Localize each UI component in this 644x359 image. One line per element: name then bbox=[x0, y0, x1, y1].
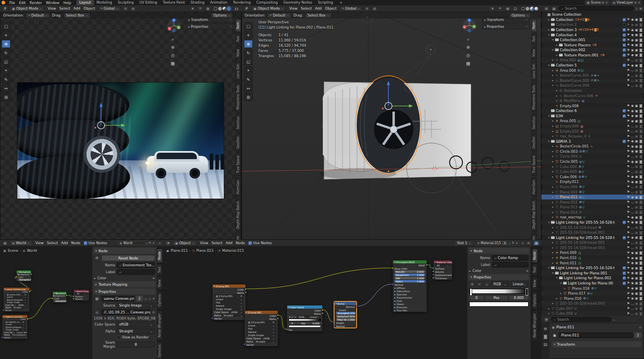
viewport-disable-icon[interactable]: ▣ bbox=[635, 125, 638, 128]
hide-icon[interactable]: ◉ bbox=[631, 139, 634, 143]
image-users[interactable]: 2 bbox=[136, 296, 143, 301]
stop-pos-value[interactable]: 0.000 bbox=[509, 296, 528, 300]
render-disable-icon[interactable]: ◙ bbox=[639, 190, 642, 194]
viewlayer-selector[interactable]: ▤ ViewLayer ⧉ ✕ bbox=[611, 0, 642, 5]
render-disable-icon[interactable]: ◙ bbox=[639, 135, 642, 138]
hide-icon[interactable]: ◉ bbox=[631, 286, 634, 290]
side-tab-humgen[interactable]: HumGen bbox=[235, 177, 241, 197]
filepath-field[interactable]: //..\01.09.25 ... Сияние.png bbox=[101, 309, 151, 315]
expand-arrow-icon[interactable]: ▾ bbox=[547, 64, 551, 67]
viewport-disable-icon[interactable]: ▣ bbox=[635, 109, 638, 113]
close-icon[interactable]: ✕ bbox=[152, 241, 155, 245]
hide-icon[interactable]: ◡ bbox=[631, 205, 634, 209]
hide-icon[interactable]: ◉ bbox=[631, 281, 634, 285]
shader-menu-select[interactable]: Select bbox=[210, 241, 224, 245]
side-tab-view[interactable]: View bbox=[532, 277, 538, 290]
selectable-icon[interactable]: ⚑ bbox=[627, 302, 630, 305]
selectable-icon[interactable]: ⚑ bbox=[627, 18, 630, 21]
viewport-disable-icon[interactable]: ▣ bbox=[635, 170, 638, 174]
node-header[interactable]: ▾Material Output bbox=[433, 260, 452, 264]
outliner-row[interactable]: ▾Collection.002✓⚑◉▣◙ bbox=[541, 48, 644, 53]
outliner-row[interactable]: ▸∿BezierCurve.001⟳⚙∿⚑◡▣◙ bbox=[541, 73, 644, 78]
selectable-icon[interactable]: ⚑ bbox=[627, 38, 630, 42]
visibility-toggles[interactable]: ✓⚑◉▣◙ bbox=[623, 220, 642, 224]
hide-icon[interactable]: ◡ bbox=[631, 307, 634, 310]
selectable-icon[interactable]: ⚑ bbox=[627, 292, 630, 295]
input-socket-vector[interactable] bbox=[2, 309, 4, 311]
side-tab-true-space[interactable]: True Space bbox=[531, 153, 537, 176]
outliner-row[interactable]: ▸Texture Placers▽8✓⚑◉▣◙ bbox=[541, 42, 644, 48]
viewport-disable-icon[interactable]: ▣ bbox=[635, 68, 638, 72]
expand-arrow-icon[interactable]: ▸ bbox=[551, 251, 555, 254]
new-workspace-button[interactable]: + bbox=[336, 0, 345, 5]
outliner-row[interactable]: ▸▽Cube.007▽⚑◡▣◙ bbox=[541, 306, 644, 311]
shader-menu-view[interactable]: View bbox=[34, 241, 45, 245]
shader-menu-add[interactable]: Add bbox=[60, 241, 70, 245]
workspace-tab-shading[interactable]: Shading bbox=[188, 0, 207, 5]
mode-dropdown[interactable]: ▣Object Mode⌄ bbox=[251, 6, 286, 11]
expand-arrow-icon[interactable]: ▾ bbox=[547, 140, 551, 143]
viewport-menu-object[interactable]: Object bbox=[323, 6, 338, 10]
outliner-row[interactable]: ▸☀Point.010◳⚑◉▣◙ bbox=[541, 255, 644, 261]
hide-icon[interactable]: ◉ bbox=[631, 236, 634, 239]
outliner-row[interactable]: ▸▽Cube.005⚙▽⚑◡▣◙ bbox=[541, 169, 644, 174]
editor-type-icon[interactable]: ◍ bbox=[2, 241, 8, 246]
render-disable-icon[interactable]: ◙ bbox=[639, 109, 642, 113]
node-row[interactable]: Filter W..1.000 bbox=[334, 318, 356, 321]
selectable-icon[interactable]: ⚑ bbox=[627, 190, 630, 194]
side-tab-zform[interactable]: zForm bbox=[235, 233, 241, 240]
outliner-row[interactable]: ▸∿BezierCurve.006◔ bbox=[541, 93, 644, 98]
viewport-disable-icon[interactable]: ▣ bbox=[635, 241, 638, 245]
node-row[interactable]: Repeat⌄ bbox=[213, 304, 246, 307]
side-tab-depth-map-batch[interactable]: Depth Map Batch bbox=[531, 198, 537, 232]
snapping-icon[interactable]: ∩ bbox=[526, 241, 532, 246]
viewport-disable-icon[interactable]: ▣ bbox=[635, 286, 638, 290]
outliner-row[interactable]: ▸Collection▽3☀2◙4✓⚑◉▣◙ bbox=[541, 17, 644, 23]
viewport-disable-icon[interactable]: ▣ bbox=[635, 216, 638, 219]
render-disable-icon[interactable]: ◙ bbox=[639, 125, 642, 128]
hide-icon[interactable]: ◡ bbox=[631, 231, 634, 234]
viewport-disable-icon[interactable]: ▣ bbox=[635, 307, 638, 310]
node-principled-bsdf[interactable]: ▾Principled BSDFBSDFBase ColorMetallic0.… bbox=[392, 260, 427, 312]
outliner-row[interactable]: ▸☀Area.002◍◳⚑◡▣◙ bbox=[541, 58, 644, 63]
output-socket-alpha[interactable] bbox=[277, 317, 279, 320]
outliner-row[interactable]: ▸▽Circle.003◍⚙▽⚑◉▣◙ bbox=[541, 149, 644, 154]
node-background[interactable]: ▾BackgroundBackgroundColorStrength0.600 bbox=[52, 291, 67, 303]
expand-arrow-icon[interactable]: ▾ bbox=[547, 114, 551, 118]
selectable-icon[interactable]: ⚑ bbox=[627, 241, 630, 245]
outliner-row[interactable]: ▸▽Plane.016⚙▽⚑◉▣◙ bbox=[541, 296, 644, 301]
viewport-disable-icon[interactable]: ▣ bbox=[635, 79, 638, 82]
side-tab-sanctus[interactable]: Sanctus bbox=[531, 114, 537, 132]
render-disable-icon[interactable]: ◙ bbox=[639, 43, 642, 47]
input-socket-surface[interactable] bbox=[72, 295, 74, 297]
outliner-row[interactable]: ▸☀Area.005◳⚑◉▣◙ bbox=[541, 118, 644, 124]
collection-checkbox[interactable]: ✓ bbox=[623, 236, 626, 239]
render-disable-icon[interactable]: ◙ bbox=[639, 28, 642, 32]
shading-wireframe-icon[interactable] bbox=[521, 7, 525, 10]
filebrowser-icon[interactable]: ▱ bbox=[94, 309, 100, 315]
node-row[interactable]: Repeat⌄ bbox=[245, 330, 278, 333]
render-disable-icon[interactable]: ◙ bbox=[639, 266, 642, 270]
expand-arrow-icon[interactable]: ▸ bbox=[551, 185, 555, 189]
node-row[interactable]: Color SpacesRGB⌄ bbox=[213, 310, 246, 313]
node-row[interactable]: Alpha1.000 bbox=[393, 280, 427, 283]
viewport-menu-select[interactable]: Select bbox=[58, 6, 72, 10]
hide-icon[interactable]: ◉ bbox=[631, 43, 634, 47]
fake-user-icon[interactable]: ◇ bbox=[145, 241, 148, 245]
render-disable-icon[interactable]: ◙ bbox=[639, 129, 642, 133]
mode-dropdown[interactable]: ▣Object Mode⌄ bbox=[10, 6, 44, 11]
hide-icon[interactable]: ◉ bbox=[631, 104, 634, 108]
outliner-row[interactable]: ▾Light Linking for Plane.001✓⚑◉▣◙ bbox=[541, 270, 644, 276]
node-row[interactable]: Distance7.870 bbox=[334, 315, 356, 318]
object-name-field[interactable]: Plane.011 bbox=[559, 332, 633, 338]
outliner-row[interactable]: ▸▽Plane.009⚙▽⚑◡▣◙ bbox=[541, 185, 644, 190]
hide-icon[interactable]: ◉ bbox=[631, 23, 634, 27]
workspace-tab-modeling[interactable]: Modeling bbox=[94, 0, 115, 5]
node-row[interactable]: Roughness1.000 bbox=[393, 273, 427, 276]
visibility-toggles[interactable]: ⚑◡▣◙ bbox=[627, 231, 642, 234]
input-socket-vector[interactable] bbox=[244, 343, 246, 345]
node-header[interactable]: ▾World Output bbox=[74, 290, 89, 293]
render-disable-icon[interactable]: ◙ bbox=[639, 48, 642, 52]
texture-mapping-panel[interactable]: ▸Texture Mapping∷ bbox=[93, 281, 156, 287]
expand-arrow-icon[interactable]: ▾ bbox=[547, 266, 551, 270]
